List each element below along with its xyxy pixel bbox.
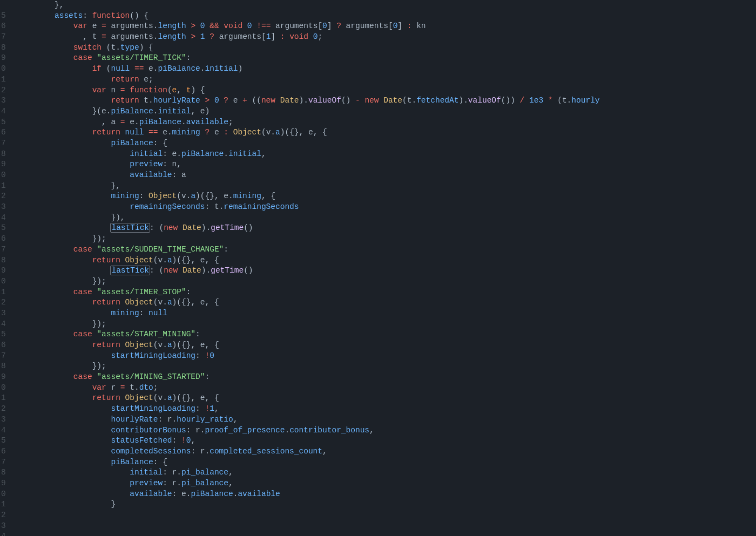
code-token: if: [92, 64, 102, 73]
code-token: var: [92, 383, 106, 392]
code-line[interactable]: piBalance: {: [8, 138, 756, 149]
code-line[interactable]: initial: e.piBalance.initial,: [8, 149, 756, 160]
code-line[interactable]: statusFetched: !0,: [8, 436, 756, 446]
code-line[interactable]: mining: null: [8, 308, 756, 319]
code-line[interactable]: piBalance: {: [8, 457, 756, 468]
code-token: a: [167, 341, 172, 349]
code-line[interactable]: , t = arguments.length > 1 ? arguments[1…: [8, 32, 756, 43]
code-token: },: [55, 1, 64, 9]
code-line[interactable]: available: a: [8, 170, 756, 181]
code-line[interactable]: return e;: [8, 74, 756, 85]
code-token: [8, 256, 92, 264]
code-line[interactable]: hourlyRate: r.hourly_ratio,: [8, 415, 756, 425]
code-token: 1: [200, 32, 205, 41]
code-line[interactable]: preview: r.pi_balance,: [8, 478, 756, 489]
code-line[interactable]: startMiningLoading: !0: [8, 351, 756, 362]
code-token: new: [261, 96, 275, 105]
code-token: :: [186, 53, 191, 62]
code-line[interactable]: mining: Object(v.a)({}, e.mining, {: [8, 191, 756, 202]
code-line[interactable]: preview: n,: [8, 159, 756, 170]
code-line[interactable]: });: [8, 319, 756, 330]
code-line[interactable]: return t.hourlyRate > 0 ? e + ((new Date…: [8, 96, 756, 106]
code-line[interactable]: case "assets/TIMER_TICK":: [8, 53, 756, 64]
code-token: a: [191, 192, 195, 200]
code-token: )({}, e, {: [280, 128, 327, 137]
line-number: 9: [1, 266, 3, 276]
code-line[interactable]: remainingSeconds: t.remainingSeconds: [8, 202, 756, 213]
code-token: arguments: [346, 22, 388, 30]
code-line[interactable]: return Object(v.a)({}, e, {: [8, 255, 756, 266]
code-line[interactable]: return Object(v.a)({}, e, {: [8, 393, 756, 404]
code-line[interactable]: var r = t.dto;: [8, 383, 756, 393]
code-line[interactable]: var n = function(e, t) {: [8, 85, 756, 96]
code-token: piBalance: [111, 139, 153, 147]
code-token: [8, 393, 92, 402]
code-token: ).: [201, 223, 211, 232]
code-token: ]: [327, 22, 336, 30]
code-line[interactable]: return Object(v.a)({}, e, {: [8, 340, 756, 351]
code-line[interactable]: lastTick: (new Date).getTime(): [8, 223, 756, 234]
code-token: [205, 22, 210, 30]
code-line[interactable]: },: [8, 181, 756, 192]
code-token: null: [125, 128, 144, 137]
code-token: lastTick: [110, 223, 150, 233]
code-token: (: [167, 86, 172, 94]
code-token: [524, 96, 529, 105]
line-number: 7: [1, 32, 3, 43]
code-token: arguments: [111, 32, 153, 41]
code-token: case: [73, 330, 92, 338]
code-line[interactable]: lastTick: (new Date).getTime(): [8, 266, 756, 276]
code-line[interactable]: initial: r.pi_balance,: [8, 467, 756, 478]
code-token: !==: [256, 22, 271, 30]
code-token: Date: [280, 96, 299, 105]
code-line[interactable]: },: [8, 0, 756, 11]
code-token: null: [111, 64, 130, 73]
code-token: : t.: [205, 202, 224, 211]
code-token: lastTick: [110, 266, 150, 275]
code-line[interactable]: return null == e.mining ? e : Object(v.a…: [8, 127, 756, 138]
code-line[interactable]: case "assets/START_MINING":: [8, 329, 756, 340]
line-number: 3: [1, 96, 3, 106]
code-line[interactable]: var e = arguments.length > 0 && void 0 !…: [8, 21, 756, 32]
code-line[interactable]: if (null == e.piBalance.initial): [8, 64, 756, 74]
code-line[interactable]: completedSessions: r.completed_sessions_…: [8, 446, 756, 457]
code-token: [8, 171, 130, 179]
code-token: pi_balance: [181, 479, 228, 487]
code-token: :: [83, 11, 92, 20]
code-area[interactable]: }, assets: function() { var e = argument…: [8, 0, 756, 536]
code-line[interactable]: });: [8, 234, 756, 245]
line-number: 6: [1, 446, 3, 457]
code-line[interactable]: case "assets/TIMER_STOP":: [8, 287, 756, 298]
code-token: [: [388, 22, 393, 30]
code-line[interactable]: , a = e.piBalance.available;: [8, 117, 756, 128]
code-token: : (: [150, 266, 164, 275]
code-token: (v.: [153, 393, 167, 402]
code-line[interactable]: });: [8, 361, 756, 372]
code-token: : r.: [186, 426, 205, 435]
code-token: ,: [233, 415, 238, 424]
code-line[interactable]: assets: function() {: [8, 11, 756, 22]
code-line[interactable]: return Object(v.a)({}, e, {: [8, 297, 756, 308]
code-line[interactable]: startMiningLoading: !1,: [8, 404, 756, 415]
code-token: return: [92, 128, 120, 137]
code-editor[interactable]: 5678901234567890123456789012345678901234…: [0, 0, 756, 536]
code-token: new: [364, 96, 379, 105]
code-token: Object: [125, 341, 153, 349]
code-line[interactable]: contributorBonus: r.proof_of_presence.co…: [8, 425, 756, 436]
code-token: [8, 234, 92, 243]
code-token: , {: [261, 192, 275, 200]
code-line[interactable]: }),: [8, 213, 756, 223]
code-token: (): [244, 223, 253, 232]
code-token: },: [111, 181, 120, 190]
code-line[interactable]: }(e.piBalance.initial, e): [8, 106, 756, 117]
code-line[interactable]: });: [8, 276, 756, 287]
code-line[interactable]: switch (t.type) {: [8, 43, 756, 53]
code-token: [120, 341, 125, 349]
code-line[interactable]: }: [8, 499, 756, 510]
code-line[interactable]: case "assets/SUDDEN_TIME_CHANGE":: [8, 245, 756, 255]
code-token: (: [102, 64, 111, 73]
code-line[interactable]: case "assets/MINING_STARTED":: [8, 372, 756, 383]
code-token: [195, 32, 200, 41]
code-line[interactable]: available: e.piBalance.available: [8, 489, 756, 500]
code-token: :: [139, 309, 148, 317]
